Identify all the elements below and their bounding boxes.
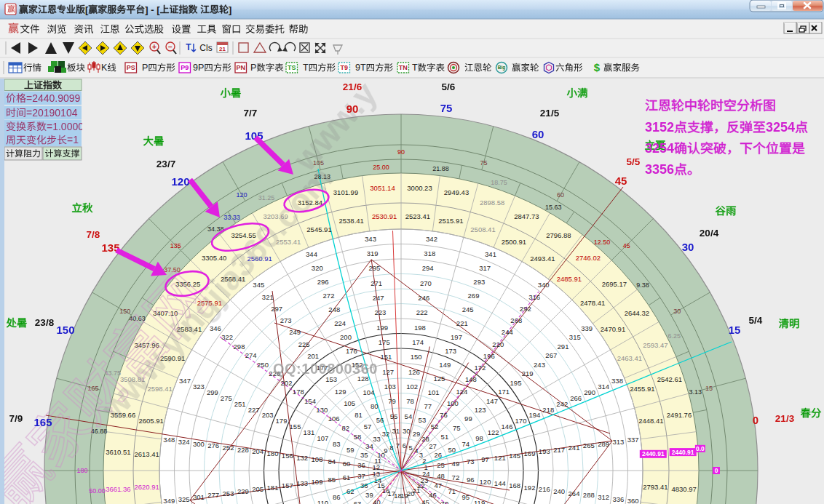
svg-text:123: 123	[475, 406, 486, 414]
svg-text:298: 298	[234, 343, 245, 351]
svg-text:265: 265	[583, 441, 595, 449]
svg-text:119: 119	[474, 499, 485, 504]
svg-text:2613.41: 2613.41	[135, 450, 159, 458]
svg-text:45: 45	[615, 175, 627, 187]
svg-text:51: 51	[441, 433, 449, 441]
svg-text:181: 181	[267, 484, 279, 492]
svg-text:25: 25	[437, 461, 445, 469]
svg-text:246: 246	[418, 294, 429, 302]
svg-text:293: 293	[473, 278, 485, 286]
svg-text:5/6: 5/6	[442, 81, 456, 92]
svg-text:28: 28	[421, 435, 429, 443]
svg-text:82: 82	[342, 424, 350, 432]
svg-text:7/8: 7/8	[87, 229, 100, 240]
svg-text:288: 288	[583, 491, 595, 499]
svg-text:173: 173	[445, 347, 456, 355]
svg-text:124: 124	[456, 388, 467, 396]
svg-text:146: 146	[502, 423, 513, 431]
svg-text:3254: 3254	[766, 120, 795, 135]
svg-text:0.0: 0.0	[696, 445, 705, 452]
svg-text:59: 59	[346, 446, 354, 454]
svg-text:90: 90	[346, 103, 359, 115]
svg-text:322: 322	[221, 333, 233, 341]
svg-text:2898.58: 2898.58	[480, 199, 504, 207]
svg-text:202: 202	[281, 379, 293, 387]
svg-text:15: 15	[729, 324, 741, 336]
svg-text:3101.99: 3101.99	[333, 188, 358, 196]
svg-text:31.25: 31.25	[258, 194, 275, 201]
svg-text:56: 56	[376, 416, 384, 424]
svg-text:270: 270	[420, 279, 432, 287]
svg-text:101: 101	[428, 388, 440, 396]
svg-text:58: 58	[354, 433, 362, 441]
svg-text:30: 30	[403, 427, 411, 435]
svg-text:72: 72	[452, 473, 460, 481]
svg-text:131: 131	[303, 428, 314, 436]
svg-text:250: 250	[257, 361, 269, 369]
svg-text:0: 0	[715, 467, 718, 474]
svg-text:348: 348	[163, 436, 175, 444]
svg-text:204: 204	[252, 447, 264, 455]
svg-text:154: 154	[304, 397, 316, 405]
svg-text:2695.17: 2695.17	[602, 280, 627, 288]
svg-text:315: 315	[569, 333, 581, 341]
svg-text:345: 345	[253, 281, 264, 289]
svg-text:218: 218	[542, 406, 554, 414]
svg-text:TN: TN	[399, 64, 408, 71]
svg-text:178: 178	[293, 388, 304, 396]
svg-text:216: 216	[539, 485, 550, 493]
svg-text:126: 126	[408, 368, 420, 376]
svg-text:24: 24	[422, 470, 430, 478]
svg-text:90: 90	[397, 148, 405, 156]
svg-text:266: 266	[570, 394, 582, 402]
svg-text:2455.91: 2455.91	[630, 385, 654, 393]
svg-text:107: 107	[317, 434, 328, 442]
svg-text:217: 217	[553, 446, 565, 454]
svg-text:75: 75	[480, 159, 487, 167]
svg-text:106: 106	[328, 415, 340, 423]
svg-text:49: 49	[452, 460, 460, 468]
svg-text:61: 61	[343, 473, 351, 481]
svg-text:4: 4	[414, 447, 418, 455]
svg-text:227: 227	[248, 406, 260, 414]
svg-text:150: 150	[411, 353, 422, 361]
svg-text:5: 5	[409, 444, 413, 452]
svg-text:57: 57	[364, 423, 372, 431]
svg-text:73: 73	[467, 457, 475, 465]
svg-text:21/5: 21/5	[540, 108, 560, 119]
svg-text:31: 31	[392, 427, 400, 435]
svg-text:168: 168	[509, 481, 520, 489]
svg-text:130: 130	[316, 406, 328, 414]
svg-text:324: 324	[178, 438, 190, 446]
svg-text:21.88: 21.88	[432, 165, 449, 172]
svg-text:169: 169	[524, 449, 536, 457]
svg-text:240: 240	[553, 487, 565, 495]
svg-text:157: 157	[282, 481, 293, 489]
svg-text:220: 220	[492, 340, 504, 348]
svg-text:174: 174	[412, 338, 424, 346]
svg-text:247: 247	[373, 294, 384, 302]
svg-text:=1: =1	[67, 134, 79, 145]
svg-text:96: 96	[467, 476, 475, 484]
svg-text:108: 108	[312, 455, 323, 463]
svg-text:45: 45	[623, 242, 630, 249]
svg-text:53: 53	[419, 416, 427, 424]
svg-text:172: 172	[474, 364, 486, 372]
svg-text:241: 241	[569, 444, 580, 452]
svg-text:291: 291	[558, 343, 569, 351]
svg-text:109: 109	[312, 478, 323, 486]
svg-text:5/4: 5/4	[749, 315, 763, 326]
svg-text:75: 75	[453, 424, 461, 432]
svg-text:2448.41: 2448.41	[638, 417, 663, 425]
svg-text:133: 133	[296, 479, 308, 487]
svg-text:277: 277	[207, 491, 219, 499]
svg-text:244: 244	[502, 328, 513, 336]
svg-text:T: T	[186, 42, 191, 52]
svg-text:3610.51: 3610.51	[106, 448, 130, 456]
svg-text:2463.41: 2463.41	[617, 354, 642, 362]
svg-text:276: 276	[207, 441, 219, 449]
svg-text:36: 36	[357, 461, 365, 469]
svg-text:=20190104: =20190104	[26, 107, 78, 119]
svg-text:46: 46	[429, 491, 437, 499]
svg-text:175: 175	[379, 338, 390, 346]
